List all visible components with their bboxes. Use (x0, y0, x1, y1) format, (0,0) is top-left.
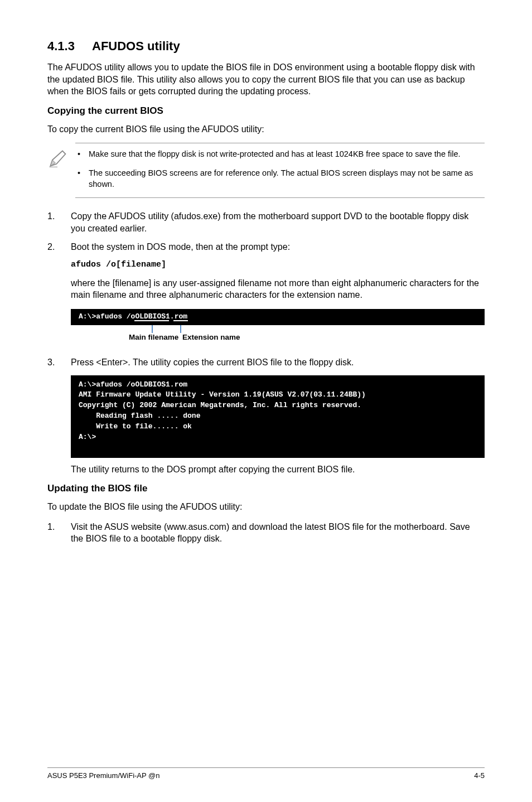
updating-lead: To update the BIOS file using the AFUDOS… (47, 501, 485, 513)
footer-page-number: 4-5 (474, 771, 485, 780)
step-number: 1. (47, 210, 71, 234)
step-text: Press <Enter>. The utility copies the cu… (71, 356, 485, 369)
diagram-command-line: A:\>afudos /oOLDBIOS1.rom (71, 309, 485, 322)
underline-ext (173, 320, 188, 321)
updating-heading: Updating the BIOS file (47, 483, 485, 494)
step-text: Visit the ASUS website (www.asus.com) an… (71, 521, 485, 545)
page-footer: ASUS P5E3 Premium/WiFi-AP @n 4-5 (47, 767, 485, 780)
terminal-output: A:\>afudos /oOLDBIOS1.rom AMI Firmware U… (71, 375, 485, 458)
underline-main (134, 320, 169, 321)
section-title: AFUDOS utility (92, 39, 180, 53)
main-filename-label: Main filename (129, 333, 178, 341)
where-paragraph: where the [filename] is any user-assigne… (71, 277, 485, 301)
tick-main (152, 325, 153, 333)
section-number: 4.1.3 (47, 39, 92, 54)
command-text: afudos /o[filename] (71, 260, 485, 269)
diagram-labels: Main filename Extension name (71, 333, 485, 344)
extension-name-label: Extension name (182, 333, 240, 341)
step-row: 2. Boot the system in DOS mode, then at … (47, 241, 485, 253)
after-terminal-paragraph: The utility returns to the DOS prompt af… (71, 463, 485, 476)
note-item: The succeeding BIOS screens are for refe… (89, 168, 479, 190)
diagram-ticks (71, 325, 485, 333)
note-list: Make sure that the floppy disk is not wr… (75, 149, 479, 190)
step-number: 3. (47, 356, 71, 369)
step-number: 2. (47, 241, 71, 253)
step-number: 1. (47, 521, 71, 545)
step-row: 3. Press <Enter>. The utility copies the… (47, 356, 485, 369)
copying-heading: Copying the current BIOS (47, 105, 485, 117)
step-text: Boot the system in DOS mode, then at the… (71, 241, 485, 253)
note-box: Make sure that the floppy disk is not wr… (75, 143, 485, 198)
copying-lead: To copy the current BIOS file using the … (47, 123, 485, 136)
tick-ext (180, 325, 181, 333)
step-row: 1. Copy the AFUDOS utility (afudos.exe) … (47, 210, 485, 234)
step-text: Copy the AFUDOS utility (afudos.exe) fro… (71, 210, 485, 234)
note-item: Make sure that the floppy disk is not wr… (89, 149, 479, 160)
footer-left: ASUS P5E3 Premium/WiFi-AP @n (47, 771, 160, 780)
step-row: 1. Visit the ASUS website (www.asus.com)… (47, 521, 485, 545)
filename-diagram: A:\>afudos /oOLDBIOS1.rom Main filename … (71, 309, 485, 344)
section-heading: 4.1.3AFUDOS utility (47, 39, 485, 54)
pencil-note-icon (47, 149, 67, 169)
intro-paragraph: The AFUDOS utility allows you to update … (47, 61, 485, 98)
